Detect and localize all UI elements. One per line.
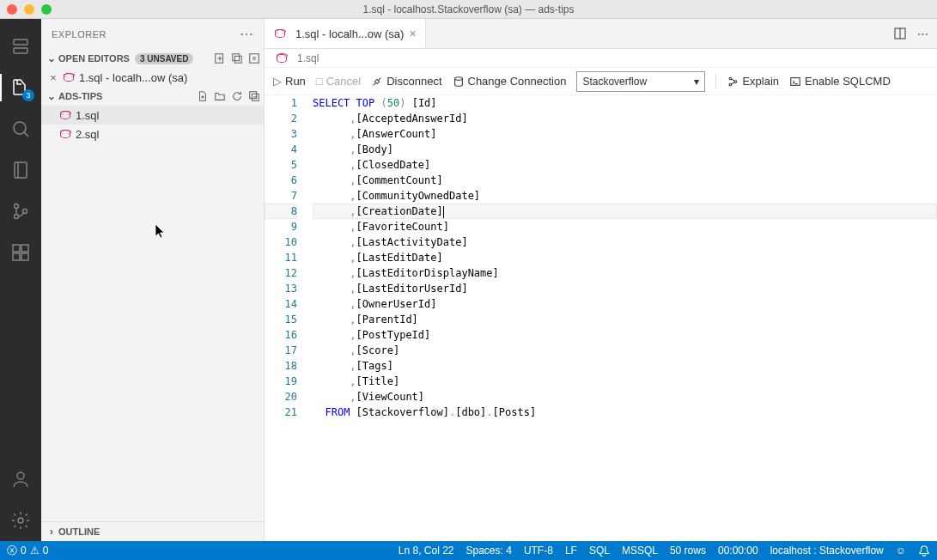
status-server[interactable]: localhost : Stackoverflow bbox=[770, 545, 884, 557]
open-editors-label: OPEN EDITORS bbox=[58, 53, 130, 64]
connection-icon bbox=[453, 76, 465, 88]
window-maximize-button[interactable] bbox=[41, 4, 52, 15]
editor-area: 1.sql - localh...ow (sa) × ⋯ 1.sql ▷ Run… bbox=[265, 19, 937, 541]
open-editors-header[interactable]: ⌄ OPEN EDITORS 3 UNSAVED bbox=[41, 49, 264, 68]
svg-rect-10 bbox=[21, 245, 28, 252]
folder-label: ADS-TIPS bbox=[58, 91, 102, 101]
svg-point-21 bbox=[729, 77, 732, 80]
titlebar: 1.sql - localhost.Stackoverflow (sa) — a… bbox=[0, 0, 937, 19]
activity-servers-icon[interactable] bbox=[0, 26, 41, 67]
query-toolbar: ▷ Run □ Cancel Disconnect Change Connect… bbox=[265, 68, 937, 95]
folder-header[interactable]: ⌄ ADS-TIPS bbox=[41, 87, 264, 106]
svg-point-6 bbox=[23, 210, 27, 214]
change-connection-button[interactable]: Change Connection bbox=[453, 75, 567, 88]
sidebar-more-icon[interactable]: ⋯ bbox=[240, 26, 254, 42]
status-rows[interactable]: 50 rows bbox=[670, 545, 706, 557]
status-encoding[interactable]: UTF-8 bbox=[524, 545, 553, 557]
activity-search-icon[interactable] bbox=[0, 108, 41, 149]
stop-icon: □ bbox=[316, 75, 323, 88]
activitybar: 3 bbox=[0, 19, 41, 541]
sqlcmd-label: Enable SQLCMD bbox=[805, 75, 891, 88]
file-label: 1.sql bbox=[76, 109, 99, 122]
open-editor-item[interactable]: × 1.sql - localh...ow (sa) bbox=[41, 68, 264, 87]
error-icon: ⓧ bbox=[7, 544, 17, 558]
refresh-icon[interactable] bbox=[231, 90, 243, 102]
save-all-icon[interactable] bbox=[231, 52, 243, 64]
new-file-icon[interactable] bbox=[197, 90, 209, 102]
window-close-button[interactable] bbox=[7, 4, 17, 15]
close-icon[interactable]: × bbox=[409, 27, 416, 40]
outline-header[interactable]: › OUTLINE bbox=[41, 522, 264, 541]
outline-label: OUTLINE bbox=[58, 527, 100, 537]
cancel-label: Cancel bbox=[326, 75, 361, 88]
breadcrumb[interactable]: 1.sql bbox=[265, 49, 937, 68]
split-editor-icon[interactable] bbox=[893, 27, 907, 40]
database-icon bbox=[58, 127, 72, 141]
cancel-button: □ Cancel bbox=[316, 75, 361, 88]
svg-point-4 bbox=[15, 204, 19, 209]
divider bbox=[715, 74, 716, 89]
tab[interactable]: 1.sql - localh...ow (sa) × bbox=[265, 19, 426, 48]
status-lang[interactable]: SQL bbox=[589, 545, 610, 557]
activity-settings-icon[interactable] bbox=[0, 500, 41, 541]
svg-rect-9 bbox=[21, 253, 28, 260]
sidebar: EXPLORER ⋯ ⌄ OPEN EDITORS 3 UNSAVED × 1.… bbox=[41, 19, 265, 541]
database-icon bbox=[273, 27, 287, 40]
sqlcmd-button[interactable]: Enable SQLCMD bbox=[789, 75, 891, 88]
code-editor[interactable]: 123456789101112131415161718192021 SELECT… bbox=[265, 95, 937, 541]
sidebar-title: EXPLORER bbox=[52, 29, 106, 40]
disconnect-button[interactable]: Disconnect bbox=[371, 75, 441, 88]
database-icon bbox=[275, 52, 289, 65]
change-connection-label: Change Connection bbox=[468, 75, 567, 88]
status-bell-icon[interactable] bbox=[918, 545, 930, 557]
breadcrumb-item[interactable]: 1.sql bbox=[297, 52, 319, 64]
open-editor-label: 1.sql - localh...ow (sa) bbox=[79, 71, 187, 84]
sidebar-header: EXPLORER ⋯ bbox=[41, 19, 264, 49]
play-icon: ▷ bbox=[273, 75, 282, 88]
svg-rect-15 bbox=[234, 56, 241, 63]
run-button[interactable]: ▷ Run bbox=[273, 75, 306, 88]
database-icon bbox=[58, 108, 72, 122]
close-icon[interactable]: × bbox=[45, 71, 62, 84]
file-item[interactable]: 1.sql bbox=[41, 106, 264, 125]
run-label: Run bbox=[285, 75, 306, 88]
svg-rect-17 bbox=[250, 92, 257, 99]
tabbar: 1.sql - localh...ow (sa) × ⋯ bbox=[265, 19, 937, 49]
file-item[interactable]: 2.sql bbox=[41, 125, 264, 143]
connection-select[interactable]: Stackoverflow ▾ bbox=[576, 71, 705, 92]
window-title: 1.sql - localhost.Stackoverflow (sa) — a… bbox=[0, 3, 937, 15]
svg-rect-3 bbox=[15, 162, 27, 178]
svg-point-2 bbox=[14, 122, 26, 134]
chevron-down-icon: ⌄ bbox=[45, 52, 58, 64]
svg-rect-8 bbox=[13, 253, 20, 260]
status-provider[interactable]: MSSQL bbox=[622, 545, 658, 557]
collapse-all-icon[interactable] bbox=[248, 90, 260, 102]
explorer-badge: 3 bbox=[22, 89, 34, 101]
activity-explorer-icon[interactable]: 3 bbox=[0, 67, 41, 108]
svg-point-20 bbox=[454, 76, 462, 80]
activity-source-control-icon[interactable] bbox=[0, 191, 41, 232]
explain-label: Explain bbox=[742, 75, 779, 88]
close-all-icon[interactable] bbox=[248, 52, 260, 64]
new-untitled-icon[interactable] bbox=[214, 52, 226, 64]
window-minimize-button[interactable] bbox=[24, 4, 34, 15]
status-time[interactable]: 00:00:00 bbox=[718, 545, 758, 557]
more-actions-icon[interactable]: ⋯ bbox=[917, 27, 928, 40]
disconnect-label: Disconnect bbox=[386, 75, 441, 88]
new-folder-icon[interactable] bbox=[214, 90, 226, 102]
unsaved-badge: 3 UNSAVED bbox=[135, 53, 194, 64]
file-label: 2.sql bbox=[76, 128, 99, 141]
status-errors[interactable]: ⓧ0 ⚠0 bbox=[7, 544, 48, 558]
status-position[interactable]: Ln 8, Col 22 bbox=[399, 545, 454, 557]
svg-rect-0 bbox=[14, 40, 27, 45]
activity-account-icon[interactable] bbox=[0, 459, 41, 500]
terminal-icon bbox=[789, 76, 801, 88]
svg-point-5 bbox=[15, 215, 19, 219]
status-feedback-icon[interactable]: ☺ bbox=[896, 545, 906, 557]
explain-button[interactable]: Explain bbox=[727, 75, 779, 88]
activity-notebooks-icon[interactable] bbox=[0, 149, 41, 191]
status-spaces[interactable]: Spaces: 4 bbox=[466, 545, 512, 557]
activity-extensions-icon[interactable] bbox=[0, 232, 41, 273]
warning-icon: ⚠ bbox=[30, 545, 40, 557]
status-eol[interactable]: LF bbox=[565, 545, 577, 557]
